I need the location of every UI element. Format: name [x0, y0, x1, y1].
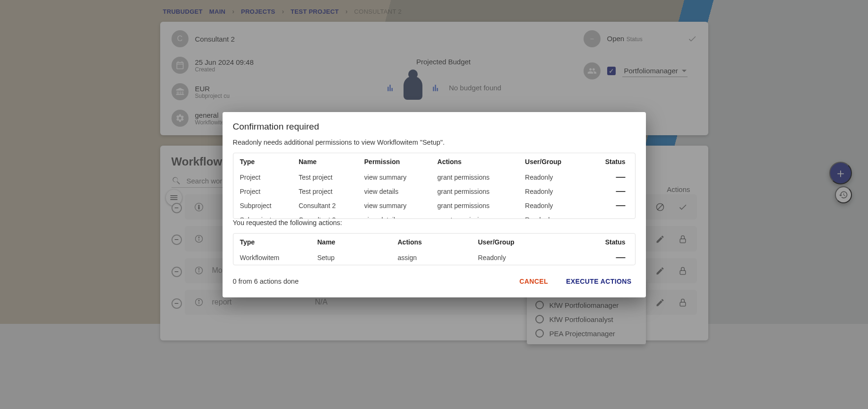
cell-usergroup: Readonly [474, 251, 566, 265]
cell-type: Project [233, 170, 295, 184]
cell-name: Consultant 2 [295, 199, 361, 213]
col-permission: Permission [361, 153, 434, 170]
cell-status: — [586, 213, 635, 218]
cell-usergroup: Readonly [521, 199, 585, 213]
cell-usergroup: Readonly [521, 184, 585, 199]
cell-status: — [586, 170, 635, 184]
confirmation-modal: Confirmation required Readonly needs add… [223, 112, 646, 297]
cell-name: Test project [295, 170, 361, 184]
cell-actions: grant permissions [434, 170, 522, 184]
cell-usergroup: Readonly [521, 213, 585, 218]
minus-icon: — [616, 185, 626, 196]
cell-actions: grant permissions [434, 213, 522, 218]
cell-type: Subproject [233, 213, 295, 218]
col-type: Type [233, 234, 314, 251]
cell-type: Subproject [233, 199, 295, 213]
col-status: Status [566, 234, 635, 251]
cell-permission: view details [361, 213, 434, 218]
permissions-table: Type Name Permission Actions User/Group … [233, 153, 636, 219]
cell-type: Workflowitem [233, 251, 314, 265]
table-row: WorkflowitemSetupassignReadonly— [233, 251, 635, 265]
actions-progress: 0 from 6 actions done [233, 278, 299, 285]
cell-name: Setup [314, 251, 394, 265]
col-usergroup: User/Group [474, 234, 566, 251]
minus-icon: — [616, 171, 626, 182]
execute-actions-button[interactable]: EXECUTE ACTIONS [562, 275, 636, 288]
col-name: Name [314, 234, 394, 251]
col-usergroup: User/Group [521, 153, 585, 170]
cell-type: Project [233, 184, 295, 199]
col-actions: Actions [394, 234, 474, 251]
cancel-button[interactable]: CANCEL [516, 275, 552, 288]
cell-permission: view summary [361, 199, 434, 213]
col-status: Status [586, 153, 635, 170]
cell-permission: view summary [361, 170, 434, 184]
minus-icon: — [616, 252, 626, 262]
requested-actions-label: You requested the following actions: [233, 219, 636, 226]
table-row: ProjectTest projectview summarygrant per… [233, 170, 635, 184]
table-row: SubprojectConsultant 2view detailsgrant … [233, 213, 635, 218]
col-name: Name [295, 153, 361, 170]
col-actions: Actions [434, 153, 522, 170]
cell-name: Test project [295, 184, 361, 199]
cell-actions: assign [394, 251, 474, 265]
cell-name: Consultant 2 [295, 213, 361, 218]
minus-icon: — [616, 214, 626, 218]
cell-permission: view details [361, 184, 434, 199]
modal-description: Readonly needs additional permissions to… [233, 139, 636, 146]
col-type: Type [233, 153, 295, 170]
minus-icon: — [616, 200, 626, 210]
requested-actions-table: Type Name Actions User/Group Status Work… [233, 233, 636, 265]
cell-usergroup: Readonly [521, 170, 585, 184]
cell-status: — [566, 251, 635, 265]
cell-status: — [586, 199, 635, 213]
table-row: ProjectTest projectview detailsgrant per… [233, 184, 635, 199]
permissions-scroll[interactable]: Type Name Permission Actions User/Group … [233, 153, 635, 218]
table-row: SubprojectConsultant 2view summarygrant … [233, 199, 635, 213]
cell-actions: grant permissions [434, 184, 522, 199]
cell-actions: grant permissions [434, 199, 522, 213]
cell-status: — [586, 184, 635, 199]
modal-title: Confirmation required [233, 122, 636, 132]
